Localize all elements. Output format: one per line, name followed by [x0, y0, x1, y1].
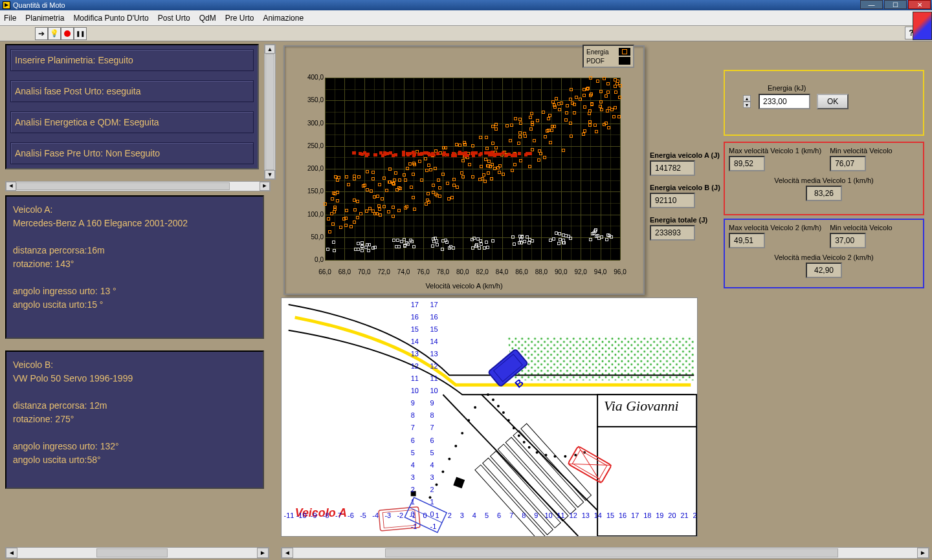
svg-point-30 [454, 445, 457, 447]
svg-rect-6 [498, 444, 568, 521]
pause-button[interactable] [74, 27, 87, 40]
energy-a-label: Energia veicolo A (J) [650, 151, 720, 159]
v1-max-label: Max velocità Veicolo 1 (km/h) [729, 147, 821, 155]
svg-text:8: 8 [411, 411, 415, 419]
svg-text:9: 9 [411, 399, 415, 407]
svg-text:-2: -2 [397, 512, 403, 519]
svg-point-33 [435, 483, 438, 486]
svg-text:15: 15 [411, 325, 419, 333]
svg-text:16: 16 [619, 512, 627, 519]
svg-text:13: 13 [430, 350, 438, 358]
svg-text:21: 21 [680, 512, 688, 519]
svg-text:3: 3 [411, 473, 415, 481]
svg-text:-3: -3 [384, 512, 391, 519]
svg-text:5: 5 [430, 449, 434, 457]
run-button[interactable] [35, 27, 48, 40]
svg-point-12 [487, 393, 489, 396]
energy-b-label: Energia veicolo B (J) [650, 184, 720, 191]
svg-text:3: 3 [430, 473, 434, 481]
vehicle-a-angle-out: angolo uscita urto:15 ° [13, 298, 256, 312]
svg-text:16: 16 [411, 313, 419, 321]
menu-modifica-punto[interactable]: Modifica Punto D'Urto [73, 14, 148, 23]
svg-text:6: 6 [411, 436, 415, 444]
energy-spinner[interactable]: ▲▼ [743, 95, 751, 108]
svg-text:9: 9 [430, 399, 434, 407]
svg-text:6: 6 [497, 512, 501, 519]
close-button[interactable]: ✕ [908, 0, 931, 9]
svg-point-19 [523, 441, 526, 444]
svg-text:14: 14 [430, 338, 438, 345]
left-bottom-hscroll[interactable]: ◄► [5, 547, 269, 559]
svg-text:-10: -10 [296, 512, 307, 519]
vehicle-b-rotation: rotazione: 275° [13, 413, 256, 426]
minimize-button[interactable]: — [860, 0, 883, 9]
svg-text:11: 11 [557, 512, 565, 519]
menu-post-urto[interactable]: Post Urto [158, 14, 190, 23]
menu-qdm[interactable]: QdM [199, 14, 216, 23]
menu-animazione[interactable]: Animazione [263, 14, 304, 23]
planimetry-map[interactable]: Via Giovanni B [281, 297, 698, 537]
svg-point-25 [574, 454, 577, 457]
svg-text:0: 0 [423, 512, 427, 519]
status-step-planimetria[interactable]: Inserire Planimetria: Eseguito [10, 49, 254, 71]
svg-text:2: 2 [430, 486, 434, 493]
vehicle-b-angle-out: angolo uscita urto:58° [13, 453, 256, 467]
v2-avg-value: 42,90 [806, 263, 842, 278]
plot-area[interactable] [325, 78, 620, 260]
svg-text:0: 0 [430, 510, 434, 518]
chart-legend: Energia PDOF [582, 45, 634, 68]
status-step-energetica[interactable]: Analisi Energetica e QDM: Eseguita [10, 111, 254, 133]
svg-text:-6: -6 [348, 512, 354, 519]
svg-point-32 [441, 471, 444, 473]
svg-text:18: 18 [643, 512, 651, 519]
svg-text:13: 13 [582, 512, 590, 519]
window-title: Quantità di Moto [13, 1, 65, 9]
menu-planimetria[interactable]: Planimetria [25, 14, 64, 23]
svg-text:7: 7 [430, 424, 434, 431]
ok-button[interactable]: OK [817, 94, 849, 109]
svg-text:15: 15 [430, 325, 438, 333]
legend-pdof-label: PDOF [586, 58, 605, 65]
vehicle-a-distance: distanza percorsa:16m [13, 244, 256, 257]
v1-avg-value: 83,26 [806, 186, 842, 201]
energy-total-label: Energia totale (J) [650, 216, 720, 224]
svg-text:17: 17 [430, 301, 438, 308]
svg-point-23 [553, 455, 556, 458]
vehicle-a-angle-in: angolo ingresso urto: 13 ° [13, 285, 256, 298]
highlight-button[interactable] [48, 27, 61, 40]
svg-text:22: 22 [693, 512, 697, 519]
energy-total-value: 233893 [650, 225, 695, 241]
status-hscroll[interactable]: ◄► [5, 181, 271, 191]
toolbar: ? [0, 26, 932, 41]
status-step-pre-urto[interactable]: Analisi Fase Pre Urto: Non Eseguito [10, 142, 254, 164]
svg-text:6: 6 [430, 436, 434, 444]
record-button[interactable] [61, 27, 74, 40]
svg-point-24 [564, 455, 566, 458]
svg-rect-11 [597, 427, 696, 536]
status-vscroll[interactable]: ▲▼ [264, 44, 276, 180]
status-step-post-urto[interactable]: Analisi fase Post Urto: eseguita [10, 80, 254, 102]
v2-min-value: 37,00 [830, 233, 866, 248]
svg-text:7: 7 [411, 424, 415, 431]
menu-pre-urto[interactable]: Pre Urto [225, 14, 254, 23]
v2-max-label: Max velocità Veicolo 2 (km/h) [729, 224, 821, 232]
svg-text:-11: -11 [284, 512, 294, 519]
svg-text:17: 17 [411, 301, 419, 308]
energy-input[interactable] [759, 94, 810, 109]
vehicle-a-title: Veicolo A: [13, 203, 256, 217]
svg-text:-7: -7 [335, 512, 342, 519]
main-bottom-hscroll[interactable]: ◄► [281, 547, 929, 559]
energy-b-value: 92110 [650, 193, 695, 208]
vehicle2-velocity-box: Max velocità Veicolo 2 (km/h) 49,51 Min … [724, 219, 924, 288]
svg-text:3: 3 [460, 512, 464, 519]
maximize-button[interactable]: ☐ [884, 0, 907, 9]
svg-point-27 [474, 406, 476, 409]
menu-file[interactable]: File [4, 14, 16, 23]
svg-point-14 [497, 405, 500, 407]
v2-max-value: 49,51 [729, 233, 765, 248]
svg-rect-9 [475, 465, 546, 536]
svg-text:14: 14 [594, 512, 602, 519]
menu-bar: File Planimetria Modifica Punto D'Urto P… [0, 10, 932, 26]
svg-text:10: 10 [430, 387, 438, 394]
svg-rect-3 [521, 424, 592, 501]
